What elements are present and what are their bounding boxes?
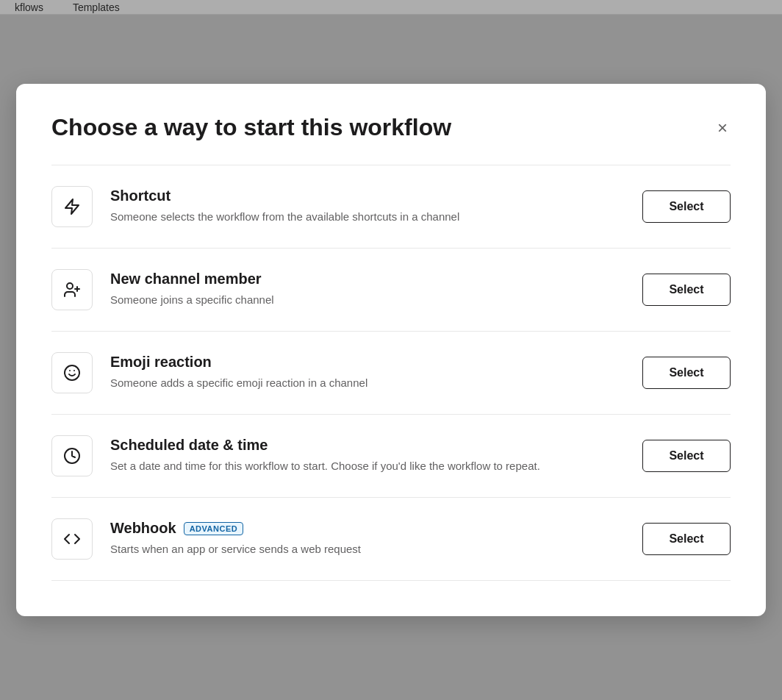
shortcut-icon (51, 186, 93, 227)
webhook-select-button[interactable]: Select (642, 523, 731, 555)
option-new-channel-member: New channel member Someone joins a speci… (51, 249, 731, 332)
option-shortcut: Shortcut Someone selects the workflow fr… (51, 165, 731, 249)
emoji-reaction-title-row: Emoji reaction (110, 354, 625, 371)
close-button[interactable]: × (714, 116, 731, 140)
scheduled-date-time-content: Scheduled date & time Set a date and tim… (110, 437, 625, 475)
modal-overlay: Choose a way to start this workflow × Sh… (0, 0, 782, 700)
shortcut-title: Shortcut (110, 188, 171, 204)
emoji-reaction-description: Someone adds a specific emoji reaction i… (110, 375, 610, 392)
advanced-badge: ADVANCED (184, 522, 244, 535)
shortcut-description: Someone selects the workflow from the av… (110, 209, 610, 226)
new-channel-member-select-button[interactable]: Select (642, 274, 731, 306)
emoji-reaction-title: Emoji reaction (110, 354, 212, 371)
scheduled-date-time-select-button[interactable]: Select (642, 440, 731, 472)
webhook-icon (51, 518, 93, 560)
scheduled-date-time-title: Scheduled date & time (110, 437, 268, 454)
svg-point-4 (65, 365, 79, 380)
webhook-content: Webhook ADVANCED Starts when an app or s… (110, 520, 625, 558)
options-list: Shortcut Someone selects the workflow fr… (51, 165, 731, 581)
new-channel-member-description: Someone joins a specific channel (110, 292, 610, 309)
new-channel-member-content: New channel member Someone joins a speci… (110, 271, 625, 309)
scheduled-date-time-icon (51, 435, 93, 476)
emoji-reaction-content: Emoji reaction Someone adds a specific e… (110, 354, 625, 392)
webhook-title-row: Webhook ADVANCED (110, 520, 625, 537)
new-channel-member-title-row: New channel member (110, 271, 625, 288)
option-webhook: Webhook ADVANCED Starts when an app or s… (51, 498, 731, 581)
svg-marker-0 (65, 199, 79, 214)
shortcut-title-row: Shortcut (110, 188, 625, 204)
shortcut-select-button[interactable]: Select (642, 190, 731, 223)
emoji-reaction-icon (51, 352, 93, 393)
shortcut-content: Shortcut Someone selects the workflow fr… (110, 188, 625, 226)
webhook-description: Starts when an app or service sends a we… (110, 541, 610, 558)
scheduled-date-time-description: Set a date and time for this workflow to… (110, 458, 610, 475)
svg-point-1 (67, 283, 73, 289)
modal-container: Choose a way to start this workflow × Sh… (16, 84, 766, 616)
emoji-reaction-select-button[interactable]: Select (642, 357, 731, 389)
modal-header: Choose a way to start this workflow × (51, 113, 731, 141)
scheduled-date-time-title-row: Scheduled date & time (110, 437, 625, 454)
option-scheduled-date-time: Scheduled date & time Set a date and tim… (51, 415, 731, 498)
webhook-title: Webhook (110, 520, 176, 537)
new-channel-member-title: New channel member (110, 271, 262, 288)
option-emoji-reaction: Emoji reaction Someone adds a specific e… (51, 332, 731, 415)
new-channel-member-icon (51, 269, 93, 310)
modal-title: Choose a way to start this workflow (51, 113, 451, 141)
